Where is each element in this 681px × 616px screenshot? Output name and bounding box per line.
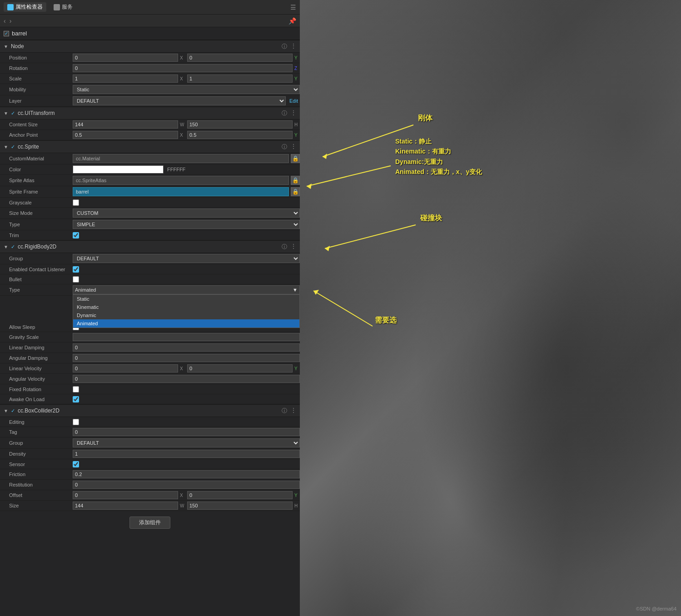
value-rotation: Z: [73, 64, 300, 72]
sprite-frame-lock-btn[interactable]: 🔒: [291, 187, 300, 196]
prop-color: Color FFFFFF: [0, 164, 300, 175]
menu-icon[interactable]: ☰: [290, 4, 296, 11]
panel-content[interactable]: ▼ Node ⓘ ⋮ Position X Y Rotation Z: [0, 40, 300, 616]
prop-editing: Editing: [0, 417, 300, 427]
anchor-x-input[interactable]: [73, 131, 178, 139]
content-size-w-input[interactable]: [73, 120, 178, 129]
prop-sprite-atlas: Sprite Atlas cc.SpriteAtlas 🔒: [0, 175, 300, 186]
linear-velocity-y-input[interactable]: [187, 364, 293, 373]
angular-velocity-input[interactable]: [73, 375, 300, 383]
x-label: X: [180, 55, 185, 60]
layer-edit-button[interactable]: Edit: [288, 98, 300, 104]
section-rigidbody2d[interactable]: ▼ ✓ cc.RigidBody2D ⓘ ⋮: [0, 240, 300, 253]
rb-group-select[interactable]: DEFAULT: [73, 254, 300, 263]
bc-size-h-input[interactable]: [187, 502, 293, 510]
node-info-icon[interactable]: ⓘ: [282, 43, 287, 50]
mobility-select[interactable]: Static Stationary Movable: [73, 85, 300, 94]
value-linear-damping: [73, 343, 300, 352]
rb-type-option-animated[interactable]: Animated: [73, 319, 299, 328]
restitution-input[interactable]: [73, 481, 300, 489]
section-boxcollider2d[interactable]: ▼ ✓ cc.BoxCollider2D ⓘ ⋮: [0, 404, 300, 417]
rotation-input[interactable]: [73, 64, 293, 72]
rigidbody-arrow-head: [323, 154, 327, 159]
rb-type-dropdown: Static Kinematic Dynamic Animated: [73, 294, 300, 328]
size-mode-select[interactable]: CUSTOM TRIMMED RAW: [73, 209, 300, 218]
boxcollider2d-title: cc.BoxCollider2D: [18, 407, 60, 414]
tab-service[interactable]: 服务: [50, 2, 76, 12]
sprite-type-select[interactable]: SIMPLE SLICED TILED FILLED MESH: [73, 220, 300, 229]
awake-on-load-checkbox[interactable]: [73, 396, 79, 402]
scale-x-input[interactable]: [73, 75, 178, 83]
back-button[interactable]: ‹: [4, 17, 6, 25]
sprite-more-icon[interactable]: ⋮: [291, 143, 296, 151]
anchor-y-input[interactable]: [187, 131, 293, 139]
tag-input[interactable]: [73, 428, 300, 436]
entity-checkbox[interactable]: ✓: [4, 31, 9, 36]
rb-type-dropdown-container: Animated ▼ Static Kinematic Dynamic Anim…: [73, 285, 300, 294]
uitransform-more-icon[interactable]: ⋮: [291, 109, 296, 117]
position-y-input[interactable]: [187, 54, 293, 62]
boxcollider2d-info-icon[interactable]: ⓘ: [282, 407, 287, 415]
rigidbody2d-more-icon[interactable]: ⋮: [291, 243, 296, 251]
value-trim: [73, 232, 300, 238]
forward-button[interactable]: ›: [10, 17, 12, 25]
add-component-button[interactable]: 添加组件: [129, 517, 170, 529]
sprite-info-icon[interactable]: ⓘ: [282, 143, 287, 151]
section-node[interactable]: ▼ Node ⓘ ⋮: [0, 40, 300, 53]
prop-size-mode: Size Mode CUSTOM TRIMMED RAW: [0, 208, 300, 219]
prop-scale: Scale X Y: [0, 74, 300, 84]
boxcollider2d-more-icon[interactable]: ⋮: [291, 407, 296, 415]
tab-inspector[interactable]: 属性检查器: [4, 2, 46, 12]
label-bullet: Bullet: [0, 277, 73, 282]
rb-type-option-dynamic[interactable]: Dynamic: [73, 311, 299, 319]
content-size-h-input[interactable]: [187, 120, 293, 129]
value-editing: [73, 419, 300, 425]
annotation-type-desc: Static：静止 Kinematic：有重力 Dynamic:无重力 Anim…: [395, 136, 482, 177]
w-label: W: [180, 122, 185, 127]
friction-input[interactable]: [73, 470, 300, 478]
custommaterial-lock-btn[interactable]: 🔒: [291, 154, 300, 163]
editing-checkbox[interactable]: [73, 419, 79, 425]
uitransform-title: cc.UITransform: [18, 110, 55, 116]
tab-inspector-label: 属性检查器: [15, 3, 43, 11]
rigidbody2d-info-icon[interactable]: ⓘ: [282, 243, 287, 251]
bullet-checkbox[interactable]: [73, 276, 79, 283]
label-content-size: Content Size: [0, 122, 73, 127]
rb-type-option-kinematic[interactable]: Kinematic: [73, 303, 299, 311]
offset-y-input[interactable]: [187, 491, 293, 499]
rb-type-option-static[interactable]: Static: [73, 295, 299, 303]
fixed-rotation-checkbox[interactable]: [73, 386, 79, 392]
linear-velocity-x-input[interactable]: [73, 364, 178, 373]
bc-size-w-input[interactable]: [73, 502, 178, 510]
node-more-icon[interactable]: ⋮: [291, 43, 296, 50]
section-uitransform[interactable]: ▼ ✓ cc.UITransform ⓘ ⋮: [0, 107, 300, 119]
sprite-atlas-lock-btn[interactable]: 🔒: [291, 176, 300, 185]
uitransform-info-icon[interactable]: ⓘ: [282, 109, 287, 117]
linear-damping-input[interactable]: [73, 343, 300, 352]
grayscale-checkbox[interactable]: [73, 199, 79, 206]
scale-y-input[interactable]: [187, 75, 293, 83]
pin-button[interactable]: 📌: [288, 17, 296, 25]
sensor-checkbox[interactable]: [73, 461, 79, 467]
label-angular-velocity: Angular Velocity: [0, 376, 73, 382]
position-x-input[interactable]: [73, 54, 178, 62]
bc-group-select[interactable]: DEFAULT: [73, 438, 300, 447]
gravity-scale-input[interactable]: [73, 333, 300, 341]
type-arrow-line: [307, 166, 391, 186]
contact-listener-checkbox[interactable]: [73, 266, 79, 273]
trim-checkbox[interactable]: [73, 232, 79, 238]
offset-x-input[interactable]: [73, 491, 178, 499]
label-fixed-rotation: Fixed Rotation: [0, 387, 73, 392]
collider-arrow-head: [325, 246, 330, 251]
angular-damping-input[interactable]: [73, 354, 300, 362]
rb-type-selected[interactable]: Animated ▼: [73, 285, 300, 294]
layer-select[interactable]: DEFAULT: [73, 96, 286, 105]
sprite-frame-asset[interactable]: barrel: [73, 187, 289, 196]
color-preview[interactable]: [73, 165, 164, 174]
prop-layer: Layer DEFAULT Edit: [0, 95, 300, 107]
density-input[interactable]: [73, 450, 300, 458]
entity-row: ✓ barrel: [0, 27, 300, 40]
anchor-x-label: X: [180, 133, 185, 138]
label-sprite-atlas: Sprite Atlas: [0, 178, 73, 183]
section-sprite[interactable]: ▼ ✓ cc.Sprite ⓘ ⋮: [0, 140, 300, 153]
